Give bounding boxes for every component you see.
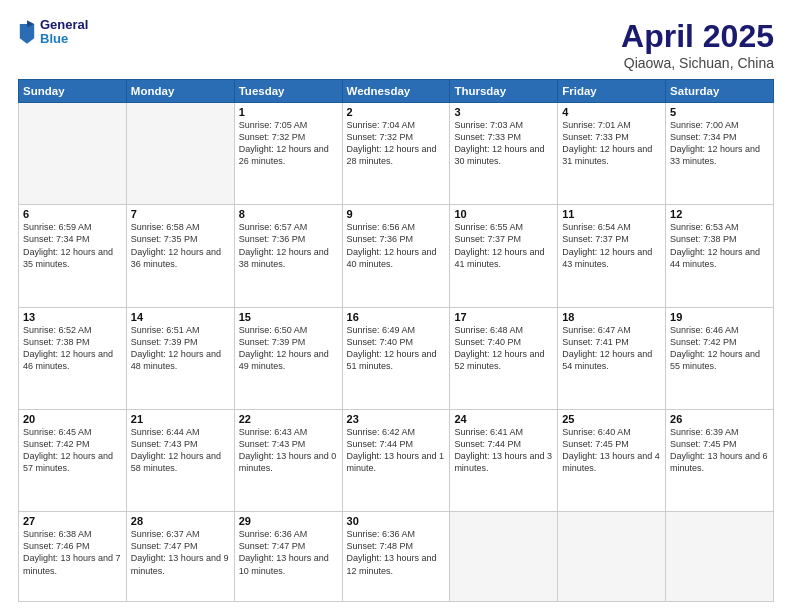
day-info: Sunrise: 6:54 AM Sunset: 7:37 PM Dayligh… <box>562 221 661 270</box>
calendar-cell: 13Sunrise: 6:52 AM Sunset: 7:38 PM Dayli… <box>19 307 127 409</box>
calendar-cell: 12Sunrise: 6:53 AM Sunset: 7:38 PM Dayli… <box>666 205 774 307</box>
day-number: 27 <box>23 515 122 527</box>
day-number: 21 <box>131 413 230 425</box>
day-number: 9 <box>347 208 446 220</box>
week-row-3: 20Sunrise: 6:45 AM Sunset: 7:42 PM Dayli… <box>19 409 774 511</box>
calendar-cell: 29Sunrise: 6:36 AM Sunset: 7:47 PM Dayli… <box>234 512 342 602</box>
calendar-cell: 23Sunrise: 6:42 AM Sunset: 7:44 PM Dayli… <box>342 409 450 511</box>
weekday-header-tuesday: Tuesday <box>234 80 342 103</box>
calendar-cell: 24Sunrise: 6:41 AM Sunset: 7:44 PM Dayli… <box>450 409 558 511</box>
day-info: Sunrise: 6:36 AM Sunset: 7:47 PM Dayligh… <box>239 528 338 577</box>
day-number: 1 <box>239 106 338 118</box>
calendar-cell: 11Sunrise: 6:54 AM Sunset: 7:37 PM Dayli… <box>558 205 666 307</box>
day-info: Sunrise: 7:04 AM Sunset: 7:32 PM Dayligh… <box>347 119 446 168</box>
logo-text: General Blue <box>40 18 88 47</box>
calendar-cell: 21Sunrise: 6:44 AM Sunset: 7:43 PM Dayli… <box>126 409 234 511</box>
day-number: 17 <box>454 311 553 323</box>
day-number: 25 <box>562 413 661 425</box>
day-info: Sunrise: 6:46 AM Sunset: 7:42 PM Dayligh… <box>670 324 769 373</box>
day-number: 8 <box>239 208 338 220</box>
calendar-cell: 27Sunrise: 6:38 AM Sunset: 7:46 PM Dayli… <box>19 512 127 602</box>
week-row-0: 1Sunrise: 7:05 AM Sunset: 7:32 PM Daylig… <box>19 103 774 205</box>
day-number: 29 <box>239 515 338 527</box>
day-info: Sunrise: 6:48 AM Sunset: 7:40 PM Dayligh… <box>454 324 553 373</box>
calendar-cell: 6Sunrise: 6:59 AM Sunset: 7:34 PM Daylig… <box>19 205 127 307</box>
calendar-cell: 20Sunrise: 6:45 AM Sunset: 7:42 PM Dayli… <box>19 409 127 511</box>
calendar-cell: 26Sunrise: 6:39 AM Sunset: 7:45 PM Dayli… <box>666 409 774 511</box>
calendar-cell: 19Sunrise: 6:46 AM Sunset: 7:42 PM Dayli… <box>666 307 774 409</box>
day-number: 30 <box>347 515 446 527</box>
day-info: Sunrise: 6:47 AM Sunset: 7:41 PM Dayligh… <box>562 324 661 373</box>
day-info: Sunrise: 7:01 AM Sunset: 7:33 PM Dayligh… <box>562 119 661 168</box>
day-info: Sunrise: 7:05 AM Sunset: 7:32 PM Dayligh… <box>239 119 338 168</box>
week-row-4: 27Sunrise: 6:38 AM Sunset: 7:46 PM Dayli… <box>19 512 774 602</box>
weekday-header-saturday: Saturday <box>666 80 774 103</box>
day-info: Sunrise: 6:45 AM Sunset: 7:42 PM Dayligh… <box>23 426 122 475</box>
calendar-cell: 16Sunrise: 6:49 AM Sunset: 7:40 PM Dayli… <box>342 307 450 409</box>
day-number: 24 <box>454 413 553 425</box>
day-number: 15 <box>239 311 338 323</box>
calendar-cell: 1Sunrise: 7:05 AM Sunset: 7:32 PM Daylig… <box>234 103 342 205</box>
title-location: Qiaowa, Sichuan, China <box>621 55 774 71</box>
day-number: 4 <box>562 106 661 118</box>
day-info: Sunrise: 6:39 AM Sunset: 7:45 PM Dayligh… <box>670 426 769 475</box>
day-number: 20 <box>23 413 122 425</box>
day-info: Sunrise: 6:38 AM Sunset: 7:46 PM Dayligh… <box>23 528 122 577</box>
day-number: 2 <box>347 106 446 118</box>
day-info: Sunrise: 6:49 AM Sunset: 7:40 PM Dayligh… <box>347 324 446 373</box>
weekday-header-monday: Monday <box>126 80 234 103</box>
day-info: Sunrise: 6:50 AM Sunset: 7:39 PM Dayligh… <box>239 324 338 373</box>
calendar-cell: 10Sunrise: 6:55 AM Sunset: 7:37 PM Dayli… <box>450 205 558 307</box>
calendar-cell: 4Sunrise: 7:01 AM Sunset: 7:33 PM Daylig… <box>558 103 666 205</box>
calendar-cell: 22Sunrise: 6:43 AM Sunset: 7:43 PM Dayli… <box>234 409 342 511</box>
weekday-header-wednesday: Wednesday <box>342 80 450 103</box>
day-number: 7 <box>131 208 230 220</box>
day-number: 11 <box>562 208 661 220</box>
weekday-header-sunday: Sunday <box>19 80 127 103</box>
day-number: 18 <box>562 311 661 323</box>
calendar-cell: 9Sunrise: 6:56 AM Sunset: 7:36 PM Daylig… <box>342 205 450 307</box>
calendar-cell: 8Sunrise: 6:57 AM Sunset: 7:36 PM Daylig… <box>234 205 342 307</box>
day-number: 10 <box>454 208 553 220</box>
day-number: 6 <box>23 208 122 220</box>
calendar-cell <box>19 103 127 205</box>
title-area: April 2025 Qiaowa, Sichuan, China <box>621 18 774 71</box>
day-number: 28 <box>131 515 230 527</box>
logo-line1: General <box>40 18 88 32</box>
day-info: Sunrise: 6:55 AM Sunset: 7:37 PM Dayligh… <box>454 221 553 270</box>
calendar-cell: 5Sunrise: 7:00 AM Sunset: 7:34 PM Daylig… <box>666 103 774 205</box>
day-info: Sunrise: 6:40 AM Sunset: 7:45 PM Dayligh… <box>562 426 661 475</box>
day-number: 19 <box>670 311 769 323</box>
day-info: Sunrise: 6:42 AM Sunset: 7:44 PM Dayligh… <box>347 426 446 475</box>
calendar-cell <box>558 512 666 602</box>
title-month: April 2025 <box>621 18 774 55</box>
calendar-cell <box>666 512 774 602</box>
day-info: Sunrise: 6:36 AM Sunset: 7:48 PM Dayligh… <box>347 528 446 577</box>
day-info: Sunrise: 6:59 AM Sunset: 7:34 PM Dayligh… <box>23 221 122 270</box>
calendar-cell: 2Sunrise: 7:04 AM Sunset: 7:32 PM Daylig… <box>342 103 450 205</box>
day-info: Sunrise: 6:56 AM Sunset: 7:36 PM Dayligh… <box>347 221 446 270</box>
week-row-2: 13Sunrise: 6:52 AM Sunset: 7:38 PM Dayli… <box>19 307 774 409</box>
weekday-header-thursday: Thursday <box>450 80 558 103</box>
logo-icon <box>18 20 36 44</box>
day-info: Sunrise: 6:43 AM Sunset: 7:43 PM Dayligh… <box>239 426 338 475</box>
day-info: Sunrise: 6:44 AM Sunset: 7:43 PM Dayligh… <box>131 426 230 475</box>
day-info: Sunrise: 6:51 AM Sunset: 7:39 PM Dayligh… <box>131 324 230 373</box>
calendar-cell: 14Sunrise: 6:51 AM Sunset: 7:39 PM Dayli… <box>126 307 234 409</box>
week-row-1: 6Sunrise: 6:59 AM Sunset: 7:34 PM Daylig… <box>19 205 774 307</box>
calendar-cell: 18Sunrise: 6:47 AM Sunset: 7:41 PM Dayli… <box>558 307 666 409</box>
day-number: 5 <box>670 106 769 118</box>
calendar-cell: 15Sunrise: 6:50 AM Sunset: 7:39 PM Dayli… <box>234 307 342 409</box>
page: General Blue April 2025 Qiaowa, Sichuan,… <box>0 0 792 612</box>
day-number: 22 <box>239 413 338 425</box>
day-info: Sunrise: 6:37 AM Sunset: 7:47 PM Dayligh… <box>131 528 230 577</box>
day-info: Sunrise: 6:41 AM Sunset: 7:44 PM Dayligh… <box>454 426 553 475</box>
day-number: 3 <box>454 106 553 118</box>
calendar-cell: 28Sunrise: 6:37 AM Sunset: 7:47 PM Dayli… <box>126 512 234 602</box>
day-info: Sunrise: 6:53 AM Sunset: 7:38 PM Dayligh… <box>670 221 769 270</box>
weekday-header-friday: Friday <box>558 80 666 103</box>
logo: General Blue <box>18 18 88 47</box>
day-info: Sunrise: 7:00 AM Sunset: 7:34 PM Dayligh… <box>670 119 769 168</box>
day-info: Sunrise: 6:52 AM Sunset: 7:38 PM Dayligh… <box>23 324 122 373</box>
day-number: 14 <box>131 311 230 323</box>
